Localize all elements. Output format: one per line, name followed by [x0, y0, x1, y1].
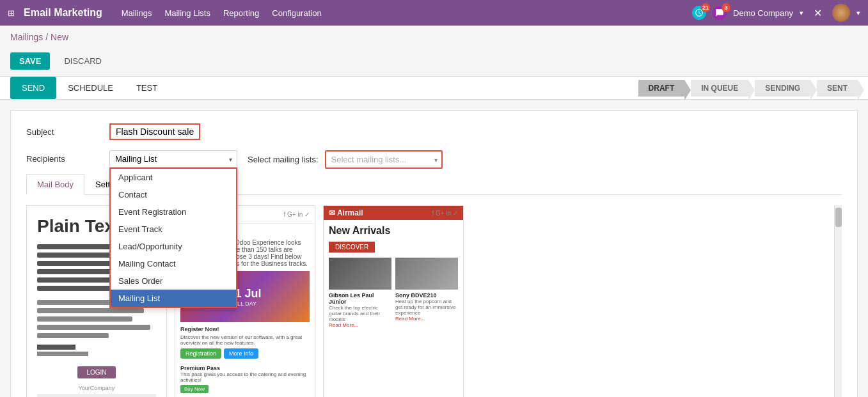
airmail-headline: New Arrivals — [329, 225, 458, 237]
airmail-discover-btn[interactable]: DISCOVER — [329, 242, 375, 253]
recipients-row: Recipients Mailing List ▾ Applicant Cont… — [26, 150, 842, 169]
action-bar: SAVE DISCARD — [0, 49, 868, 76]
odoo-buy-btn[interactable]: Buy Now — [180, 385, 209, 393]
breadcrumb: Mailings / New — [0, 26, 868, 49]
tab-mail-body[interactable]: Mail Body — [26, 174, 84, 195]
airmail-product-2-readmore[interactable]: Read More... — [395, 316, 458, 322]
subject-label: Subject — [26, 123, 109, 137]
activity-badge[interactable]: 21 — [692, 6, 706, 20]
airmail-social-icons: f G+ in ✓ — [432, 210, 458, 217]
avatar-chevron[interactable]: ▾ — [856, 9, 860, 17]
company-chevron[interactable]: ▾ — [800, 9, 803, 17]
text-line-10 — [37, 325, 150, 330]
mailing-list-wrapper: Select mailing lists: Select mailing lis… — [248, 150, 443, 169]
template-airmail[interactable]: ✉ Airmail f G+ in ✓ New Arrivals DISCOVE… — [323, 205, 464, 397]
dropdown-item-event-registration[interactable]: Event Registration — [111, 203, 236, 221]
dropdown-item-mailing-list[interactable]: Mailing List — [111, 290, 236, 307]
status-draft: DRAFT — [638, 80, 685, 97]
dropdown-item-mailing-contact[interactable]: Mailing Contact — [111, 255, 236, 272]
dropdown-item-sales-order[interactable]: Sales Order — [111, 272, 236, 290]
airmail-product-2-image — [395, 258, 458, 290]
signature-area — [37, 345, 156, 356]
tab-schedule[interactable]: SCHEDULE — [56, 77, 125, 99]
scroll-indicator[interactable] — [834, 205, 842, 397]
airmail-body: New Arrivals DISCOVER Gibson Les Paul Ju… — [324, 220, 463, 333]
dropdown-item-event-track[interactable]: Event Track — [111, 221, 236, 238]
odoo-more-info-btn[interactable]: More Info — [224, 348, 258, 359]
activity-count: 21 — [701, 3, 710, 12]
odoo-registration-btn[interactable]: Registration — [180, 348, 221, 359]
nav-mailings[interactable]: Mailings — [122, 6, 152, 20]
airmail-logo: ✉ Airmail — [329, 208, 363, 217]
main-content: Subject Flash Discount sale Recipients M… — [0, 100, 868, 397]
airmail-header: ✉ Airmail f G+ in ✓ — [324, 206, 463, 220]
recipients-select[interactable]: Mailing List — [109, 150, 237, 167]
dropdown-item-contact[interactable]: Contact — [111, 186, 236, 203]
breadcrumb-current: New — [51, 32, 68, 42]
subject-field[interactable]: Flash Discount sale — [109, 123, 200, 140]
topnav-right: 21 3 Demo Company ▾ ✕ ▾ — [692, 4, 860, 22]
top-nav-menu: Mailings Mailing Lists Reporting Configu… — [122, 6, 692, 20]
nav-mailing-lists[interactable]: Mailing Lists — [164, 6, 210, 20]
sig-line-1 — [37, 345, 75, 350]
app-title: Email Marketing — [24, 7, 102, 19]
top-navigation: ⊞ Email Marketing Mailings Mailing Lists… — [0, 0, 868, 26]
airmail-product-2: Sony BDVE210 Heat up the popcorn and get… — [395, 258, 458, 328]
messages-badge[interactable]: 3 — [713, 6, 727, 20]
workflow-bar: SEND SCHEDULE TEST DRAFT IN QUEUE SENDIN… — [0, 76, 868, 100]
text-line-9 — [37, 316, 132, 322]
form-card: Subject Flash Discount sale Recipients M… — [10, 110, 858, 397]
odoo-register-title: Register Now! — [180, 326, 310, 332]
mailing-list-select-wrapper: Select mailing lists... ▾ — [325, 150, 443, 169]
odoo-premium: Premium Pass This pass gives you access … — [180, 365, 310, 393]
airmail-products: Gibson Les Paul Junior Check the top ele… — [329, 258, 458, 328]
airmail-product-1-desc: Check the top electric guitar brands and… — [329, 305, 391, 322]
sig-line-2 — [37, 352, 88, 356]
scroll-thumb — [835, 208, 842, 227]
dropdown-item-lead-opportunity[interactable]: Lead/Opportunity — [111, 238, 236, 255]
footer-bar — [37, 394, 156, 397]
airmail-product-1-image — [329, 258, 391, 290]
discard-button[interactable]: DISCARD — [55, 52, 111, 70]
airmail-product-1: Gibson Les Paul Junior Check the top ele… — [329, 258, 391, 328]
login-btn-area: LOGIN — [37, 366, 156, 378]
status-sending: SENDING — [755, 80, 810, 97]
avatar[interactable] — [832, 4, 850, 22]
status-sent: SENT — [817, 80, 858, 97]
airmail-product-1-name: Gibson Les Paul Junior — [329, 292, 391, 305]
workflow-tabs: SEND SCHEDULE TEST — [10, 77, 169, 99]
message-count: 3 — [722, 3, 730, 12]
text-line-11 — [37, 333, 109, 338]
odoo-premium-title: Premium Pass — [180, 365, 310, 371]
airmail-product-2-desc: Heat up the popcorn and get ready for an… — [395, 299, 458, 316]
dropdown-item-applicant[interactable]: Applicant — [111, 169, 236, 186]
odoo-premium-desc: This pass gives you access to the cateri… — [180, 371, 310, 383]
text-line-8 — [37, 308, 144, 313]
breadcrumb-separator: / — [45, 32, 51, 42]
odoo-register-desc: Discover the new version of our software… — [180, 334, 310, 346]
breadcrumb-parent[interactable]: Mailings — [10, 32, 43, 42]
login-button: LOGIN — [77, 366, 115, 378]
grid-icon[interactable]: ⊞ — [8, 8, 15, 18]
tab-test[interactable]: TEST — [125, 77, 169, 99]
tab-send[interactable]: SEND — [10, 77, 56, 99]
workflow-status: DRAFT IN QUEUE SENDING SENT — [638, 80, 858, 97]
text-line-6 — [37, 286, 120, 291]
subject-row: Subject Flash Discount sale — [26, 123, 842, 140]
recipients-dropdown-menu: Applicant Contact Event Registration Eve… — [109, 167, 237, 308]
company-selector[interactable]: Demo Company — [733, 8, 793, 18]
subject-value: Flash Discount sale — [116, 127, 194, 137]
odoo-social-icons: f G+ in ✓ — [283, 211, 310, 218]
mailing-list-label: Select mailing lists: — [248, 155, 319, 164]
status-inqueue: IN QUEUE — [691, 80, 748, 97]
recipients-select-wrapper: Mailing List ▾ — [109, 150, 237, 167]
save-button[interactable]: SAVE — [10, 52, 50, 70]
mailing-list-select[interactable]: Select mailing lists... — [326, 152, 441, 167]
airmail-product-1-readmore[interactable]: Read More... — [329, 322, 391, 328]
company-name: YourCompany — [37, 385, 156, 391]
close-icon[interactable]: ✕ — [814, 7, 822, 19]
nav-configuration[interactable]: Configuration — [272, 6, 321, 20]
recipients-dropdown-container: Mailing List ▾ Applicant Contact Event R… — [109, 150, 237, 167]
nav-reporting[interactable]: Reporting — [223, 6, 259, 20]
odoo-action-btns: Registration More Info — [180, 348, 310, 359]
